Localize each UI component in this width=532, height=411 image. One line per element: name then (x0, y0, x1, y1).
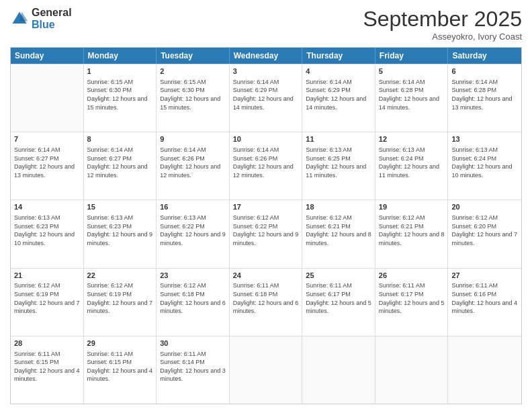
day-info-16: Sunrise: 6:13 AM Sunset: 6:22 PM Dayligh… (160, 214, 226, 247)
day-info-8: Sunrise: 6:14 AM Sunset: 6:27 PM Dayligh… (87, 146, 153, 179)
calendar-body: 1Sunrise: 6:15 AM Sunset: 6:30 PM Daylig… (11, 64, 521, 404)
day-info-11: Sunrise: 6:13 AM Sunset: 6:25 PM Dayligh… (306, 146, 371, 179)
day-number-29: 29 (87, 338, 153, 349)
page: General Blue September 2025 Asseyokro, I… (0, 0, 532, 411)
calendar-day-10: 10Sunrise: 6:14 AM Sunset: 6:26 PM Dayli… (230, 132, 303, 199)
day-number-19: 19 (379, 202, 445, 212)
day-number-16: 16 (160, 202, 226, 212)
day-number-21: 21 (14, 271, 80, 281)
calendar-day-empty (302, 336, 375, 404)
day-number-12: 12 (379, 134, 445, 144)
calendar-week-1: 1Sunrise: 6:15 AM Sunset: 6:30 PM Daylig… (11, 64, 521, 132)
calendar-day-empty (11, 64, 84, 132)
day-number-3: 3 (233, 66, 299, 77)
day-number-6: 6 (451, 66, 518, 77)
day-number-24: 24 (233, 271, 299, 281)
day-number-25: 25 (306, 271, 371, 281)
calendar-day-19: 19Sunrise: 6:12 AM Sunset: 6:21 PM Dayli… (375, 200, 449, 267)
calendar-day-13: 13Sunrise: 6:13 AM Sunset: 6:24 PM Dayli… (448, 132, 521, 199)
calendar-day-29: 29Sunrise: 6:11 AM Sunset: 6:15 PM Dayli… (84, 336, 157, 404)
calendar-day-7: 7Sunrise: 6:14 AM Sunset: 6:27 PM Daylig… (11, 132, 84, 199)
calendar-week-5: 28Sunrise: 6:11 AM Sunset: 6:15 PM Dayli… (11, 336, 521, 404)
day-info-4: Sunrise: 6:14 AM Sunset: 6:29 PM Dayligh… (306, 78, 371, 111)
day-number-8: 8 (87, 134, 153, 144)
day-number-2: 2 (160, 66, 226, 77)
day-number-13: 13 (451, 134, 518, 144)
title-block: September 2025 Asseyokro, Ivory Coast (363, 7, 522, 42)
day-info-29: Sunrise: 6:11 AM Sunset: 6:15 PM Dayligh… (87, 350, 153, 383)
header-day-monday: Monday (84, 48, 157, 64)
day-info-21: Sunrise: 6:12 AM Sunset: 6:19 PM Dayligh… (14, 281, 80, 315)
calendar-day-12: 12Sunrise: 6:13 AM Sunset: 6:24 PM Dayli… (375, 132, 449, 199)
day-info-24: Sunrise: 6:11 AM Sunset: 6:18 PM Dayligh… (233, 281, 299, 315)
day-number-4: 4 (306, 66, 371, 77)
day-info-9: Sunrise: 6:14 AM Sunset: 6:26 PM Dayligh… (160, 146, 226, 179)
calendar-day-21: 21Sunrise: 6:12 AM Sunset: 6:19 PM Dayli… (11, 269, 84, 336)
day-info-14: Sunrise: 6:13 AM Sunset: 6:23 PM Dayligh… (14, 214, 80, 247)
header-day-tuesday: Tuesday (157, 48, 230, 64)
day-info-18: Sunrise: 6:12 AM Sunset: 6:21 PM Dayligh… (306, 214, 371, 247)
calendar-day-empty (230, 336, 303, 404)
calendar-day-25: 25Sunrise: 6:11 AM Sunset: 6:17 PM Dayli… (302, 269, 375, 336)
calendar-day-9: 9Sunrise: 6:14 AM Sunset: 6:26 PM Daylig… (157, 132, 230, 199)
calendar-week-4: 21Sunrise: 6:12 AM Sunset: 6:19 PM Dayli… (11, 268, 521, 336)
calendar-day-11: 11Sunrise: 6:13 AM Sunset: 6:25 PM Dayli… (302, 132, 375, 199)
day-number-17: 17 (233, 202, 299, 212)
calendar-day-5: 5Sunrise: 6:14 AM Sunset: 6:28 PM Daylig… (375, 64, 449, 132)
calendar-day-20: 20Sunrise: 6:12 AM Sunset: 6:20 PM Dayli… (448, 200, 521, 267)
calendar-day-15: 15Sunrise: 6:13 AM Sunset: 6:23 PM Dayli… (84, 200, 157, 267)
day-info-26: Sunrise: 6:11 AM Sunset: 6:17 PM Dayligh… (379, 281, 445, 315)
day-number-15: 15 (87, 202, 153, 212)
logo-icon (10, 9, 29, 28)
day-number-10: 10 (233, 134, 299, 144)
calendar-day-empty (375, 336, 449, 404)
calendar-day-4: 4Sunrise: 6:14 AM Sunset: 6:29 PM Daylig… (302, 64, 375, 132)
day-info-1: Sunrise: 6:15 AM Sunset: 6:30 PM Dayligh… (87, 78, 153, 111)
logo-blue-text: Blue (32, 19, 72, 31)
calendar-day-26: 26Sunrise: 6:11 AM Sunset: 6:17 PM Dayli… (375, 269, 449, 336)
day-info-17: Sunrise: 6:12 AM Sunset: 6:22 PM Dayligh… (233, 214, 299, 247)
day-info-27: Sunrise: 6:11 AM Sunset: 6:16 PM Dayligh… (451, 281, 518, 315)
day-info-12: Sunrise: 6:13 AM Sunset: 6:24 PM Dayligh… (379, 146, 445, 179)
calendar-day-3: 3Sunrise: 6:14 AM Sunset: 6:29 PM Daylig… (230, 64, 303, 132)
day-number-11: 11 (306, 134, 371, 144)
day-info-5: Sunrise: 6:14 AM Sunset: 6:28 PM Dayligh… (379, 78, 445, 111)
header-day-friday: Friday (375, 48, 449, 64)
calendar-header-row: SundayMondayTuesdayWednesdayThursdayFrid… (11, 48, 521, 64)
day-number-5: 5 (379, 66, 445, 77)
day-info-7: Sunrise: 6:14 AM Sunset: 6:27 PM Dayligh… (14, 146, 80, 179)
calendar: SundayMondayTuesdayWednesdayThursdayFrid… (10, 47, 522, 404)
day-number-18: 18 (306, 202, 371, 212)
calendar-day-18: 18Sunrise: 6:12 AM Sunset: 6:21 PM Dayli… (302, 200, 375, 267)
day-number-26: 26 (379, 271, 445, 281)
day-number-22: 22 (87, 271, 153, 281)
day-info-19: Sunrise: 6:12 AM Sunset: 6:21 PM Dayligh… (379, 214, 445, 247)
calendar-day-24: 24Sunrise: 6:11 AM Sunset: 6:18 PM Dayli… (230, 269, 303, 336)
location-subtitle: Asseyokro, Ivory Coast (363, 32, 522, 42)
svg-marker-1 (19, 11, 28, 21)
logo-text: General Blue (32, 7, 72, 30)
day-number-7: 7 (14, 134, 80, 144)
day-number-20: 20 (451, 202, 518, 212)
calendar-day-30: 30Sunrise: 6:11 AM Sunset: 6:14 PM Dayli… (157, 336, 230, 404)
calendar-day-14: 14Sunrise: 6:13 AM Sunset: 6:23 PM Dayli… (11, 200, 84, 267)
month-title: September 2025 (363, 7, 522, 32)
day-info-6: Sunrise: 6:14 AM Sunset: 6:28 PM Dayligh… (451, 78, 518, 111)
calendar-day-22: 22Sunrise: 6:12 AM Sunset: 6:19 PM Dayli… (84, 269, 157, 336)
day-number-30: 30 (160, 338, 226, 349)
calendar-day-17: 17Sunrise: 6:12 AM Sunset: 6:22 PM Dayli… (230, 200, 303, 267)
calendar-day-8: 8Sunrise: 6:14 AM Sunset: 6:27 PM Daylig… (84, 132, 157, 199)
day-info-30: Sunrise: 6:11 AM Sunset: 6:14 PM Dayligh… (160, 350, 226, 383)
day-info-13: Sunrise: 6:13 AM Sunset: 6:24 PM Dayligh… (451, 146, 518, 179)
logo: General Blue (10, 7, 72, 30)
day-info-2: Sunrise: 6:15 AM Sunset: 6:30 PM Dayligh… (160, 78, 226, 111)
day-number-28: 28 (14, 338, 80, 349)
day-info-28: Sunrise: 6:11 AM Sunset: 6:15 PM Dayligh… (14, 350, 80, 383)
day-info-23: Sunrise: 6:12 AM Sunset: 6:18 PM Dayligh… (160, 281, 226, 315)
calendar-day-27: 27Sunrise: 6:11 AM Sunset: 6:16 PM Dayli… (448, 269, 521, 336)
calendar-week-2: 7Sunrise: 6:14 AM Sunset: 6:27 PM Daylig… (11, 132, 521, 199)
header-day-sunday: Sunday (11, 48, 84, 64)
calendar-day-6: 6Sunrise: 6:14 AM Sunset: 6:28 PM Daylig… (448, 64, 521, 132)
day-number-23: 23 (160, 271, 226, 281)
calendar-day-2: 2Sunrise: 6:15 AM Sunset: 6:30 PM Daylig… (157, 64, 230, 132)
